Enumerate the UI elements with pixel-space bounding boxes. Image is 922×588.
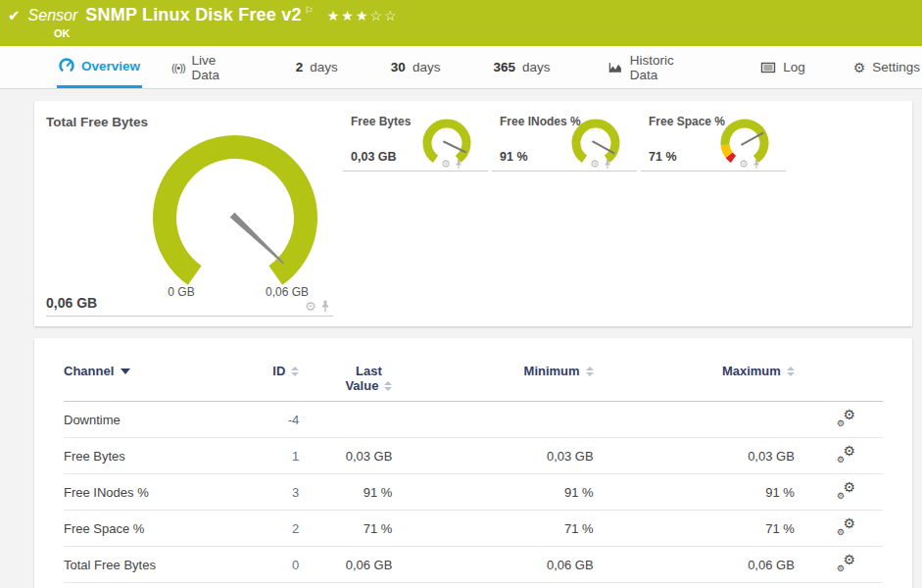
channel-table-panel: Channel ID Last Value Minimum Maximum Do… xyxy=(34,338,912,588)
channel-maximum: 91 % xyxy=(594,474,795,511)
mini-gauge-free-inodes: Free INodes % 91 % ⚙ xyxy=(492,111,637,172)
tab-label: Overview xyxy=(81,59,140,74)
table-row[interactable]: Downtime -4 ⚙⚙ xyxy=(64,402,883,438)
channel-settings-icon[interactable]: ⚙⚙ xyxy=(837,555,855,571)
divider xyxy=(492,171,637,172)
sort-icon xyxy=(787,367,795,376)
table-row[interactable]: Free Bytes 1 0,03 GB 0,03 GB 0,03 GB ⚙⚙ xyxy=(64,438,883,474)
mini-gauge-actions: ⚙ xyxy=(739,158,760,171)
channel-settings-icon[interactable]: ⚙⚙ xyxy=(837,410,855,426)
channel-id: 2 xyxy=(235,511,299,547)
column-header-settings xyxy=(795,364,883,402)
mini-gauge-actions: ⚙ xyxy=(590,158,611,171)
column-header-id[interactable]: ID xyxy=(235,364,299,402)
primary-gauge-max-label: 0,06 GB xyxy=(253,285,321,299)
table-row[interactable]: Free Space % 2 71 % 71 % 71 % ⚙⚙ xyxy=(64,511,883,547)
primary-gauge-value: 0,06 GB xyxy=(46,295,97,311)
tab-label: Log xyxy=(783,60,805,74)
priority-stars[interactable]: ★★★☆☆ xyxy=(327,8,399,24)
divider xyxy=(343,171,488,172)
channel-settings-icon[interactable]: ⚙⚙ xyxy=(837,518,855,535)
channel-last-value: 0,06 GB xyxy=(299,547,392,583)
live-data-icon: ((•)) xyxy=(171,62,185,74)
sort-icon xyxy=(384,381,392,391)
tab-historic-data[interactable]: Historic Data xyxy=(606,46,704,88)
gauge-needle xyxy=(230,213,286,266)
channel-last-value: 0,03 GB xyxy=(299,438,392,474)
mini-gauge-free-space: Free Space % 71 % ⚙ xyxy=(641,111,786,172)
table-row[interactable]: Total Free Bytes 0 0,06 GB 0,06 GB 0,06 … xyxy=(64,547,883,583)
gauge-icon xyxy=(59,58,74,74)
column-header-minimum[interactable]: Minimum xyxy=(392,364,593,402)
pin-icon[interactable] xyxy=(752,159,760,170)
channel-settings-icon[interactable]: ⚙⚙ xyxy=(837,446,855,463)
channel-maximum xyxy=(594,402,795,438)
channel-maximum: 0,03 GB xyxy=(594,438,795,474)
tab-label: Live Data xyxy=(192,53,245,82)
channel-name[interactable]: Downtime xyxy=(64,402,235,438)
mini-gauge-actions: ⚙ xyxy=(441,158,462,171)
sort-icon xyxy=(291,367,299,376)
mini-gauge-free-bytes: Free Bytes 0,03 GB ⚙ xyxy=(343,111,488,172)
mini-gauge-value: 0,03 GB xyxy=(351,150,397,164)
tab-30-days[interactable]: 30 days xyxy=(389,46,443,88)
tab-log[interactable]: Log xyxy=(758,46,807,88)
channel-minimum: 0,03 GB xyxy=(392,438,593,474)
channel-maximum: 71 % xyxy=(594,511,795,547)
tab-live-data[interactable]: ((•)) Live Data xyxy=(170,46,247,88)
primary-gauge xyxy=(137,124,333,289)
pin-icon[interactable] xyxy=(604,159,611,170)
primary-gauge-min-label: 0 GB xyxy=(147,285,216,299)
channel-settings-icon[interactable]: ⚙⚙ xyxy=(837,482,855,499)
status-badge: OK xyxy=(54,27,71,39)
channel-gear-icon[interactable]: ⚙ xyxy=(739,158,749,171)
log-icon xyxy=(760,61,776,74)
channel-gear-icon[interactable]: ⚙ xyxy=(590,158,600,171)
historic-chart-icon xyxy=(607,61,622,74)
divider xyxy=(46,316,333,317)
channel-last-value: 91 % xyxy=(299,474,392,511)
tab-365-days[interactable]: 365 days xyxy=(491,46,552,88)
column-header-last-value[interactable]: Last Value xyxy=(299,364,392,402)
channel-table: Channel ID Last Value Minimum Maximum Do… xyxy=(64,364,883,583)
pin-icon[interactable] xyxy=(455,159,462,170)
channel-name[interactable]: Free Bytes xyxy=(64,438,235,474)
channel-minimum xyxy=(392,402,593,438)
status-check-icon: ✔ xyxy=(8,7,21,24)
primary-gauge-actions: ⚙ xyxy=(305,299,330,314)
tab-overview[interactable]: Overview xyxy=(57,46,142,88)
channel-last-value xyxy=(299,402,392,438)
column-header-maximum[interactable]: Maximum xyxy=(594,364,795,402)
channel-name[interactable]: Free Space % xyxy=(64,511,235,547)
channel-name[interactable]: Total Free Bytes xyxy=(64,547,235,583)
column-header-channel[interactable]: Channel xyxy=(64,364,235,402)
gear-icon: ⚙ xyxy=(853,61,866,74)
channel-id: -4 xyxy=(235,402,299,438)
channel-minimum: 91 % xyxy=(392,474,593,511)
channel-name[interactable]: Free INodes % xyxy=(64,474,235,511)
gauges-panel: Total Free Bytes 0 GB 0,06 GB 0,06 GB ⚙ … xyxy=(34,101,912,326)
table-row[interactable]: Free INodes % 3 91 % 91 % 91 % ⚙⚙ xyxy=(64,474,883,511)
flag-icon[interactable]: ⚐ xyxy=(305,5,314,16)
pin-icon[interactable] xyxy=(320,300,330,313)
channel-gear-icon[interactable]: ⚙ xyxy=(305,299,316,314)
channel-minimum: 0,06 GB xyxy=(392,547,593,583)
channel-id: 1 xyxy=(235,438,299,474)
channel-last-value: 71 % xyxy=(299,511,392,547)
channel-maximum: 0,06 GB xyxy=(594,547,795,583)
channel-id: 3 xyxy=(235,474,299,511)
primary-gauge-title: Total Free Bytes xyxy=(46,115,148,129)
table-header-row: Channel ID Last Value Minimum Maximum xyxy=(64,364,883,402)
page-title: SNMP Linux Disk Free v2⚐ xyxy=(85,5,314,25)
channel-gear-icon[interactable]: ⚙ xyxy=(441,158,451,171)
mini-gauge-title: Free Bytes xyxy=(351,115,411,128)
sensor-header: ✔ Sensor SNMP Linux Disk Free v2⚐ ★★★☆☆ … xyxy=(0,0,922,46)
sort-desc-icon xyxy=(121,368,130,374)
tab-bar: Overview ((•)) Live Data 2 days 30 days … xyxy=(0,46,922,89)
tab-2-days[interactable]: 2 days xyxy=(294,46,340,88)
mini-gauge-value: 71 % xyxy=(649,150,677,164)
mini-gauge-title: Free Space % xyxy=(649,115,725,128)
tab-label: Historic Data xyxy=(630,53,703,82)
sort-icon xyxy=(586,367,594,376)
tab-settings[interactable]: ⚙ Settings xyxy=(851,46,922,88)
